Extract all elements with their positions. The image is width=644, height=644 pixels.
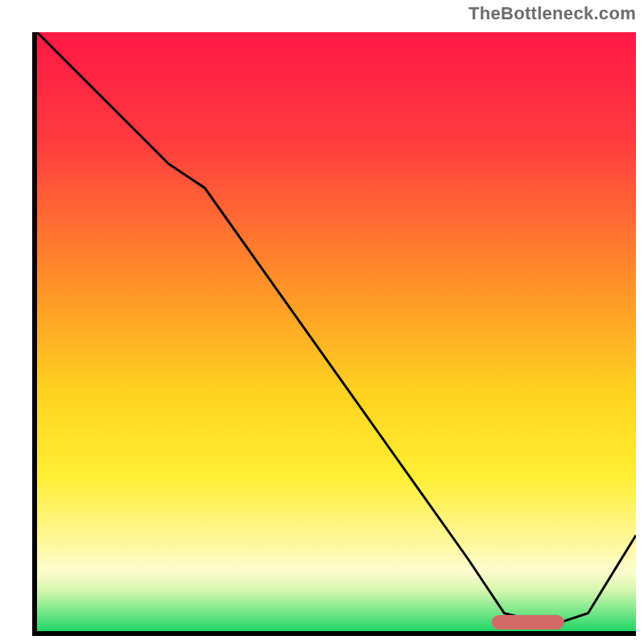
optimal-range-marker: [492, 615, 564, 630]
chart-plot: [37, 32, 636, 631]
attribution-text: TheBottleneck.com: [469, 3, 636, 24]
chart-frame: [32, 32, 636, 636]
